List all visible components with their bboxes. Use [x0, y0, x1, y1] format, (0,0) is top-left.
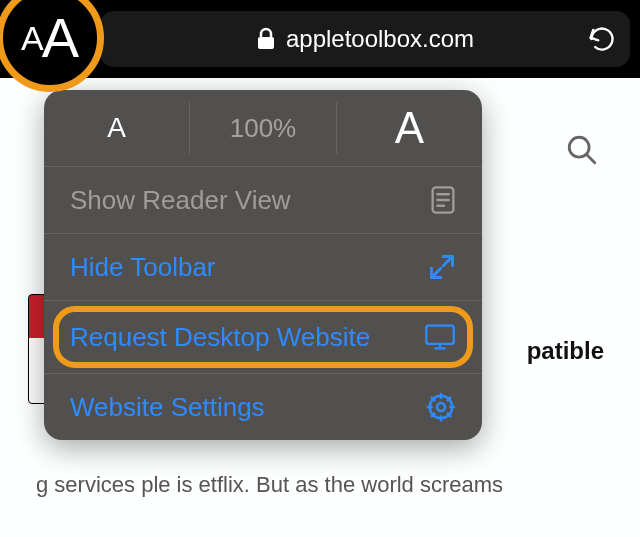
reader-icon	[420, 185, 456, 215]
svg-point-13	[437, 403, 445, 411]
request-desktop-website-item[interactable]: Request Desktop Website	[44, 301, 482, 373]
page-search-button[interactable]	[560, 128, 604, 172]
website-settings-item[interactable]: Website Settings	[44, 374, 482, 440]
request-desktop-website-label: Request Desktop Website	[70, 322, 370, 353]
article-headline: patible	[527, 333, 604, 369]
article-body: g services ple is etflix. But as the wor…	[36, 468, 604, 502]
text-size-small-a-icon: A	[21, 21, 44, 55]
zoom-out-a-icon: A	[107, 112, 126, 144]
aa-popover: A 100% A Show Reader View Hide Toolbar	[44, 90, 482, 440]
zoom-in-a-icon: A	[395, 103, 424, 153]
reload-button[interactable]	[588, 25, 616, 53]
gear-icon	[420, 392, 456, 422]
expand-icon	[420, 253, 456, 281]
show-reader-view-label: Show Reader View	[70, 185, 291, 216]
url-field[interactable]: appletoolbox.com	[100, 11, 630, 67]
website-settings-label: Website Settings	[70, 392, 265, 423]
zoom-percent[interactable]: 100%	[190, 90, 335, 166]
search-icon	[565, 133, 599, 167]
svg-rect-2	[258, 37, 274, 49]
hide-toolbar-item[interactable]: Hide Toolbar	[44, 234, 482, 300]
url-domain: appletoolbox.com	[286, 25, 474, 53]
hide-toolbar-label: Hide Toolbar	[70, 252, 216, 283]
text-size-large-a-icon: A	[42, 10, 79, 66]
zoom-in-button[interactable]: A	[337, 90, 482, 166]
lock-icon	[256, 27, 276, 51]
zoom-out-button[interactable]: A	[44, 90, 189, 166]
svg-rect-9	[426, 326, 453, 344]
show-reader-view-item[interactable]: Show Reader View	[44, 167, 482, 233]
svg-line-1	[587, 155, 595, 163]
zoom-row: A 100% A	[44, 90, 482, 166]
reload-icon	[588, 25, 616, 53]
zoom-percent-label: 100%	[230, 113, 297, 144]
desktop-icon	[420, 323, 456, 351]
